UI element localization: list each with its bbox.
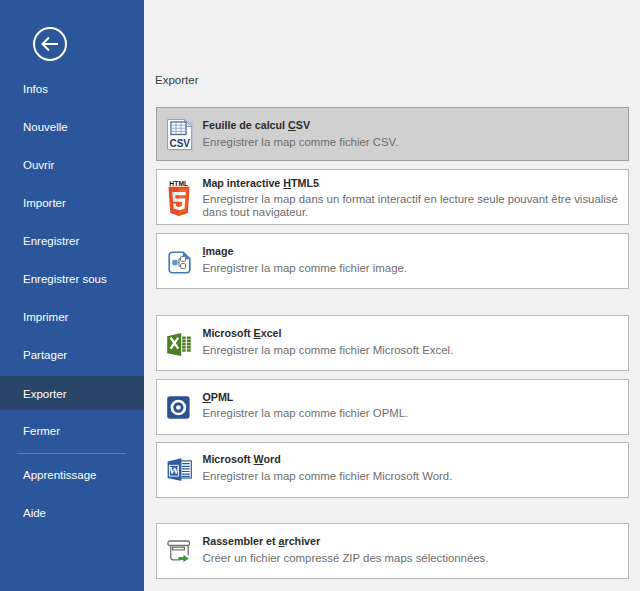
svg-text:HTML: HTML	[169, 181, 188, 187]
svg-text:W: W	[169, 465, 180, 476]
svg-text:CSV: CSV	[169, 138, 190, 149]
